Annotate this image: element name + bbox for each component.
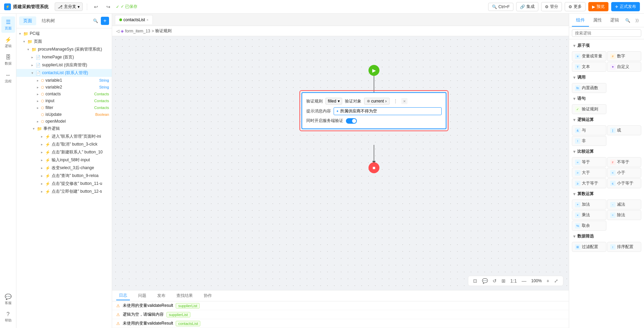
admin-button[interactable]: ⚙ 管分: [541, 2, 562, 11]
section-header-call[interactable]: ▾ 调用: [569, 72, 644, 82]
right-expand-icon[interactable]: ⟩⟩: [633, 16, 641, 25]
sidebar-item-flow[interactable]: ↔ 流程: [1, 70, 15, 86]
status-tab-log[interactable]: 日志: [116, 291, 130, 300]
section-header-logic[interactable]: ▾ 逻辑运算: [569, 115, 644, 125]
tree-item-isupdate[interactable]: ⬡ isUpdate Boolean: [16, 111, 112, 118]
tree-item-variable1[interactable]: ▸ ⬡ variable1 String: [16, 77, 112, 84]
math-item-div[interactable]: ÷ 除法: [607, 210, 642, 220]
branch-button[interactable]: ⎇ 主分支 ▾: [55, 2, 83, 11]
tree-item-input[interactable]: ▸ ⬡ input Contacts: [16, 97, 112, 104]
call-item-builtin[interactable]: fn 内置函数: [572, 83, 606, 93]
server-toggle[interactable]: [346, 118, 357, 124]
publish-button[interactable]: ✈ 正式发布: [611, 2, 640, 11]
math-item-sub[interactable]: - 减法: [607, 200, 642, 209]
layout-icon[interactable]: ⊞: [500, 277, 507, 284]
tree-item-events-header[interactable]: ▾ 📁 事件逻辑: [16, 125, 112, 133]
section-header-math[interactable]: ▾ 算数运算: [569, 189, 644, 199]
tree-item-homepage[interactable]: ▸ 📄 homePage (首页): [16, 53, 112, 61]
message-input[interactable]: ✦ 所属供应商不得为空: [334, 107, 442, 115]
preview-button[interactable]: ▶ 预览: [588, 2, 608, 11]
tree-item-supplierlist[interactable]: ▸ 📄 supplierList (供应商管理): [16, 61, 112, 69]
zoom-out-icon[interactable]: —: [520, 277, 528, 284]
tree-item-event4[interactable]: ▸ ⚡ 输入input_58时-input: [16, 156, 112, 164]
compare-item-lte[interactable]: ≤ 小于等于: [607, 178, 642, 188]
right-tab-properties[interactable]: 属性: [589, 14, 606, 27]
file-tab-contactslist[interactable]: contactsList ×: [115, 15, 153, 24]
logic-item-not[interactable]: ! 非: [572, 136, 606, 146]
tree-item-event6[interactable]: ▸ ⚡ 点击"查询" button_9-reloa: [16, 172, 112, 180]
math-item-add[interactable]: + 加法: [572, 200, 606, 209]
compare-item-eq[interactable]: = 等于: [572, 157, 606, 167]
tab-structure[interactable]: 结构树: [38, 16, 59, 25]
canvas-area[interactable]: ▶ 验证规则 filled ▾ 验证对象: [112, 36, 569, 290]
fit-screen-icon[interactable]: ⊡: [472, 277, 479, 284]
sidebar-item-page[interactable]: ☰ 页面: [1, 16, 15, 33]
close-button[interactable]: ✕: [401, 98, 407, 104]
tree-search-button[interactable]: 🔍: [91, 17, 99, 25]
right-search-icon[interactable]: 🔍: [623, 16, 632, 25]
atom-item-variable[interactable]: ≡ 变量或常量: [572, 51, 606, 61]
tab-close-button[interactable]: ×: [146, 18, 148, 22]
tree-item-event1[interactable]: ▸ ⚡ 进入"联系人管理"页面时-ini: [16, 133, 112, 140]
tree-item-filter[interactable]: ▸ ⬡ filter Contacts: [16, 104, 112, 111]
status-tab-results[interactable]: 查找结果: [174, 291, 196, 300]
atom-item-custom[interactable]: ✦ 自定义: [607, 62, 642, 72]
section-header-stmt[interactable]: ▾ 语句: [569, 94, 644, 104]
tree-item-event7[interactable]: ▸ ⚡ 点击"提交修改" button_11-u: [16, 180, 112, 188]
breadcrumb-back-icon[interactable]: ◁: [116, 29, 119, 33]
compare-item-neq[interactable]: ≠ 不等于: [607, 157, 642, 167]
zoom-in-icon[interactable]: +: [545, 277, 551, 284]
tree-item-procure[interactable]: ▾ 📁 procureManageSys (采购管理系统): [16, 45, 112, 53]
section-header-compare[interactable]: ▾ 比较运算: [569, 147, 644, 156]
tree-item-openmodel[interactable]: ▸ ⬡ openModel: [16, 118, 112, 125]
sidebar-item-data[interactable]: 🗄 数据: [1, 52, 15, 68]
undo-icon[interactable]: ↺: [491, 277, 498, 284]
atom-item-text[interactable]: T 文本: [572, 62, 606, 72]
logic-search-input[interactable]: [572, 29, 641, 37]
more-button[interactable]: ⚙ 更多: [565, 2, 586, 11]
tree-item-pc[interactable]: ▾ 📁 PC端: [16, 30, 112, 38]
message-tag-3[interactable]: contactsList: [176, 321, 200, 326]
right-tab-logic[interactable]: 逻辑: [606, 14, 623, 27]
compare-item-lt[interactable]: < 小于: [607, 168, 642, 178]
undo-button[interactable]: ↩: [91, 2, 101, 12]
redo-button[interactable]: ↪: [104, 2, 113, 12]
expand-icon[interactable]: ⤢: [553, 277, 560, 284]
section-header-atom[interactable]: ▾ 原子项: [569, 41, 644, 51]
tree-item-event3[interactable]: ▸ ⚡ 点击"新建联系人" button_10: [16, 148, 112, 156]
logic-item-or[interactable]: | 或: [607, 125, 642, 135]
message-tag-1[interactable]: supplierList: [176, 303, 200, 309]
math-item-mul[interactable]: × 乘法: [572, 210, 606, 220]
rule-select[interactable]: filled ▾: [325, 98, 342, 105]
filter-item-sort[interactable]: ↕ 排序配置: [607, 242, 642, 252]
logic-item-and[interactable]: & 与: [572, 125, 606, 135]
comment-icon[interactable]: 💬: [481, 277, 489, 284]
sidebar-item-help[interactable]: ? 帮助: [1, 309, 15, 325]
compare-item-gte[interactable]: ≥ 大于等于: [572, 178, 606, 188]
right-tab-component[interactable]: 组件: [572, 14, 589, 27]
more-options-button[interactable]: ⋮: [392, 98, 399, 104]
tree-item-event2[interactable]: ▸ ⚡ 点击"取消" button_3-click: [16, 140, 112, 148]
tree-item-contactslist[interactable]: ▾ 📄 contactsList (联系人管理): [16, 69, 112, 77]
tree-item-contacts[interactable]: ▸ ⬡ contacts Contacts: [16, 91, 112, 97]
stmt-item-validation[interactable]: ✓ 验证规则: [572, 104, 606, 114]
tree-item-pages[interactable]: ▾ 📁 页面: [16, 38, 112, 45]
compare-item-gt[interactable]: > 大于: [572, 168, 606, 178]
tab-page[interactable]: 页面: [19, 16, 36, 25]
tree-add-button[interactable]: +: [101, 17, 109, 25]
status-tab-collab[interactable]: 协作: [201, 291, 215, 300]
status-tab-issues[interactable]: 问题: [135, 291, 149, 300]
object-select[interactable]: current ›: [364, 98, 390, 105]
message-tag-2[interactable]: supplierList: [166, 312, 190, 317]
tree-item-event8[interactable]: ▸ ⚡ 点击"立即创建" button_12-s: [16, 188, 112, 195]
sidebar-item-logic[interactable]: ⚡ 逻辑: [1, 34, 15, 51]
sidebar-item-chat[interactable]: 💬 客服: [1, 291, 15, 308]
math-item-mod[interactable]: % 取余: [572, 221, 606, 231]
integration-button[interactable]: 🔗 集成: [516, 2, 538, 11]
filter-item-filter[interactable]: ⊞ 过滤配置: [572, 242, 606, 252]
section-header-filter[interactable]: ▾ 数据筛选: [569, 231, 644, 241]
tree-item-event5[interactable]: ▸ ⚡ 改变select_3后-change: [16, 164, 112, 172]
search-button[interactable]: 🔍 Ctrl+F: [488, 3, 513, 11]
breadcrumb-parent[interactable]: form_item_13: [125, 29, 150, 33]
tree-item-variable2[interactable]: ▸ ⬡ variable2 String: [16, 84, 112, 91]
